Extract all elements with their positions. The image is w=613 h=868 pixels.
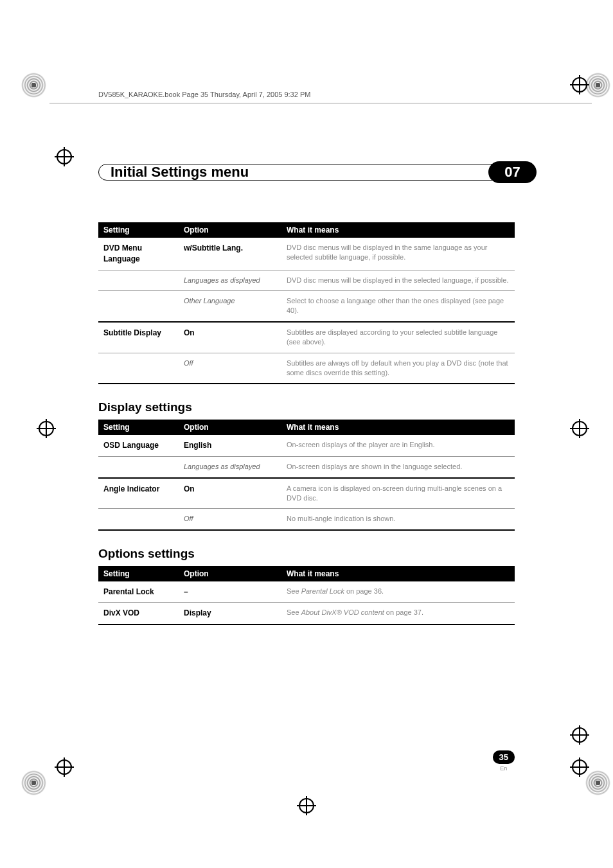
description-cell: On-screen displays of the player are in … — [281, 435, 515, 456]
table-header-meaning: What it means — [281, 420, 515, 435]
setting-cell: DVD Menu Language — [98, 238, 179, 270]
table-row: Other LanguageSelect to choose a languag… — [98, 290, 515, 321]
chapter-header: Initial Settings menu 07 — [98, 164, 515, 181]
setting-cell — [98, 270, 179, 290]
description-cell: A camera icon is displayed on-screen dur… — [281, 478, 515, 509]
option-cell: Other Language — [179, 290, 281, 321]
table-header-option: Option — [179, 222, 281, 238]
table-row: Languages as displayedDVD disc menus wil… — [98, 270, 515, 290]
crosshair-mark — [57, 759, 72, 775]
crosshair-mark — [572, 727, 587, 743]
options-settings-table: Setting Option What it means Parental Lo… — [98, 566, 515, 626]
option-cell: Languages as displayed — [179, 457, 281, 478]
setting-cell — [98, 457, 179, 478]
crosshair-mark — [572, 759, 587, 775]
table-header-option: Option — [179, 566, 281, 581]
description-cell: DVD disc menus will be displayed in the … — [281, 238, 515, 270]
page-number: 35 — [493, 750, 515, 764]
book-header-line — [49, 103, 592, 103]
setting-cell — [98, 509, 179, 530]
description-cell: Select to choose a language other than t… — [281, 290, 515, 321]
option-cell: – — [179, 581, 281, 603]
crosshair-mark — [57, 149, 72, 164]
description-cell: Subtitles are displayed according to you… — [281, 322, 515, 353]
setting-cell — [98, 290, 179, 321]
setting-cell — [98, 353, 179, 384]
options-settings-heading: Options settings — [98, 547, 515, 561]
table-row: DVD Menu Languagew/Subtitle Lang.DVD dis… — [98, 238, 515, 270]
option-cell: w/Subtitle Lang. — [179, 238, 281, 270]
option-cell: On — [179, 478, 281, 509]
table-row: Parental Lock–See Parental Lock on page … — [98, 581, 515, 603]
table-row: OffNo multi-angle indication is shown. — [98, 509, 515, 530]
description-cell: No multi-angle indication is shown. — [281, 509, 515, 530]
chapter-number-badge: 07 — [488, 161, 537, 183]
table-header-option: Option — [179, 420, 281, 435]
crosshair-mark — [39, 421, 54, 436]
crosshair-mark — [572, 421, 587, 436]
description-cell: See About DivX® VOD content on page 37. — [281, 603, 515, 624]
print-registration-mark — [16, 67, 51, 103]
page-content: Initial Settings menu 07 Setting Option … — [98, 164, 515, 625]
page-language: En — [493, 765, 515, 772]
display-settings-heading: Display settings — [98, 400, 515, 414]
page-number-badge: 35 En — [493, 750, 515, 772]
description-cell: See Parental Lock on page 36. — [281, 581, 515, 603]
setting-cell: Subtitle Display — [98, 322, 179, 353]
option-cell: Off — [179, 353, 281, 384]
option-cell: On — [179, 322, 281, 353]
option-cell: English — [179, 435, 281, 456]
book-header-text: DV585K_KARAOKE.book Page 35 Thursday, Ap… — [98, 91, 310, 98]
chapter-bar: Initial Settings menu 07 — [98, 164, 534, 181]
option-cell: Off — [179, 509, 281, 530]
display-settings-table: Setting Option What it means OSD Languag… — [98, 420, 515, 530]
description-cell: On-screen displays are shown in the lang… — [281, 457, 515, 478]
option-cell: Display — [179, 603, 281, 624]
setting-cell: DivX VOD — [98, 603, 179, 624]
option-cell: Languages as displayed — [179, 270, 281, 290]
table-header-setting: Setting — [98, 566, 179, 581]
setting-cell: Parental Lock — [98, 581, 179, 603]
setting-cell: OSD Language — [98, 435, 179, 456]
table-header-setting: Setting — [98, 420, 179, 435]
table-header-setting: Setting — [98, 222, 179, 238]
chapter-title: Initial Settings menu — [99, 164, 249, 181]
table-row: OffSubtitles are always off by default w… — [98, 353, 515, 384]
setting-cell: Angle Indicator — [98, 478, 179, 509]
description-cell: Subtitles are always off by default when… — [281, 353, 515, 384]
language-settings-table: Setting Option What it means DVD Menu La… — [98, 222, 515, 384]
table-row: OSD LanguageEnglishOn-screen displays of… — [98, 435, 515, 456]
crosshair-mark — [572, 77, 587, 93]
table-row: Subtitle DisplayOnSubtitles are displaye… — [98, 322, 515, 353]
print-registration-mark — [16, 765, 51, 801]
crosshair-mark — [299, 798, 314, 813]
table-row: Languages as displayedOn-screen displays… — [98, 457, 515, 478]
table-header-meaning: What it means — [281, 222, 515, 238]
description-cell: DVD disc menus will be displayed in the … — [281, 270, 515, 290]
table-header-meaning: What it means — [281, 566, 515, 581]
table-row: DivX VODDisplaySee About DivX® VOD conte… — [98, 603, 515, 624]
table-row: Angle IndicatorOnA camera icon is displa… — [98, 478, 515, 509]
